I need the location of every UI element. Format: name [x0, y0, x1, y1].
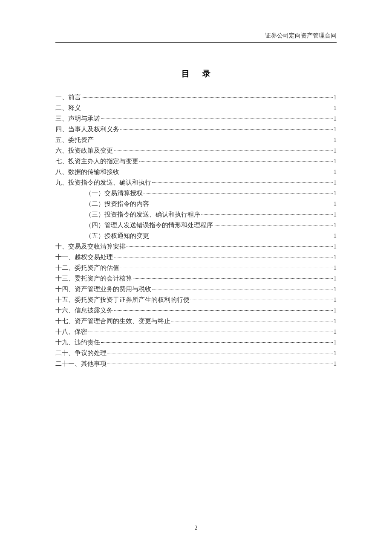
toc-entry-page: 1 [334, 156, 337, 166]
toc-entry-label: 十三、委托资产的会计核算 [55, 273, 132, 283]
toc-entry-page: 1 [334, 145, 337, 156]
toc-entry-page: 1 [334, 231, 337, 241]
toc-entry-label: 十一、越权交易处理 [55, 252, 113, 262]
toc-entry: 三、声明与承诺1 [55, 113, 337, 124]
toc-entry: 十七、资产管理合同的生效、变更与终止1 [55, 316, 337, 326]
toc-dots [95, 140, 333, 140]
toc-entry: 十九、违约责任1 [55, 337, 337, 347]
toc-entry-page: 1 [334, 209, 337, 220]
toc-entry-page: 1 [334, 135, 337, 145]
toc-entry-label: 六、投资政策及变更 [55, 145, 113, 156]
toc-entry: 六、投资政策及变更1 [55, 145, 337, 156]
toc-entry-label: 五、委托资产 [55, 135, 94, 145]
toc-dots [107, 353, 333, 353]
toc-entry-label: 十七、资产管理合同的生效、变更与终止 [55, 316, 170, 326]
toc-entry-label: 三、声明与承诺 [55, 113, 100, 124]
toc-entry: 十四、资产管理业务的费用与税收1 [55, 284, 337, 294]
toc-dots [139, 161, 333, 162]
toc-entry-page: 1 [334, 273, 337, 283]
toc-entry: （二）投资指令的内容1 [55, 199, 337, 209]
toc-entry: 十二、委托资产的估值1 [55, 263, 337, 273]
toc-entry-label: （三）投资指令的发送、确认和执行程序 [85, 209, 200, 220]
toc-entry-page: 1 [334, 263, 337, 273]
toc-dots [150, 204, 333, 204]
toc-entry-label: 十六、信息披露义务 [55, 305, 113, 315]
toc-dots [120, 268, 333, 268]
toc-entry: 二十、争议的处理1 [55, 348, 337, 358]
toc-entry-label: 十九、违约责任 [55, 337, 100, 347]
toc-entry-page: 1 [334, 327, 337, 337]
toc-dots [150, 236, 333, 236]
toc-entry-page: 1 [334, 103, 337, 113]
toc-entry: 二十一、其他事项1 [55, 358, 337, 369]
page-footer: 2 [0, 525, 392, 532]
toc-entry-page: 1 [334, 167, 337, 177]
toc-entry: 五、委托资产1 [55, 135, 337, 145]
toc-dots [114, 257, 333, 257]
toc-entry-page: 1 [334, 177, 337, 188]
page-header: 证券公司定向资产管理合同 [55, 32, 337, 43]
toc-entry-page: 1 [334, 305, 337, 315]
toc-entry: （一）交易清算授权1 [55, 188, 337, 198]
toc-entry: （五）授权通知的变更1 [55, 231, 337, 241]
toc-dots [152, 182, 333, 183]
toc-entry-page: 1 [334, 241, 337, 251]
toc-entry-page: 1 [334, 113, 337, 124]
toc-entry: 十一、越权交易处理1 [55, 252, 337, 262]
toc-entry-label: （一）交易清算授权 [85, 188, 143, 198]
toc-entry-label: 二十一、其他事项 [55, 358, 107, 369]
toc-dots [152, 289, 333, 289]
toc-dots [133, 278, 333, 279]
toc-entry: 十八、保密1 [55, 327, 337, 337]
toc-dots [144, 193, 333, 194]
toc-dots [120, 129, 333, 130]
header-title: 证券公司定向资产管理合同 [265, 32, 337, 39]
toc-entry: 十三、委托资产的会计核算1 [55, 273, 337, 283]
toc-dots [114, 150, 333, 151]
toc-entry-label: 十五、委托资产投资于证券所产生的权利的行使 [55, 295, 190, 305]
toc-dots [82, 97, 333, 98]
toc-dots [114, 310, 333, 311]
toc-dots [214, 225, 333, 225]
toc-entry-label: 十八、保密 [55, 327, 87, 337]
toc-entry: 八、数据的传输和接收1 [55, 167, 337, 177]
toc-entry-label: （二）投资指令的内容 [85, 199, 149, 209]
toc-entry: 十五、委托资产投资于证券所产生的权利的行使1 [55, 295, 337, 305]
toc-dots [120, 172, 333, 172]
toc-entry-page: 1 [334, 358, 337, 369]
toc-dots [88, 332, 333, 332]
toc-entry: 一、前言1 [55, 92, 337, 102]
toc-entry-label: 四、当事人及权利义务 [55, 124, 119, 134]
toc-entry-page: 1 [334, 199, 337, 209]
toc-entry: 十、交易及交收清算安排1 [55, 241, 337, 251]
toc-dots [101, 342, 333, 343]
toc-dots [171, 321, 333, 321]
toc-list: 一、前言1二、释义1三、声明与承诺1四、当事人及权利义务1五、委托资产1六、投资… [55, 92, 337, 369]
toc-entry-page: 1 [334, 124, 337, 134]
toc-dots [82, 108, 333, 108]
toc-entry-label: 一、前言 [55, 92, 81, 102]
toc-entry: 二、释义1 [55, 103, 337, 113]
toc-dots [101, 119, 333, 119]
document-page: 证券公司定向资产管理合同 目录 一、前言1二、释义1三、声明与承诺1四、当事人及… [0, 0, 392, 555]
toc-entry-label: （五）授权通知的变更 [85, 231, 149, 241]
toc-entry-page: 1 [334, 316, 337, 326]
toc-entry-label: 八、数据的传输和接收 [55, 167, 119, 177]
toc-entry-label: 二、释义 [55, 103, 81, 113]
toc-entry-label: 十四、资产管理业务的费用与税收 [55, 284, 151, 294]
toc-entry-page: 1 [334, 284, 337, 294]
toc-entry-label: （四）管理人发送错误指令的情形和处理程序 [85, 220, 213, 230]
toc-entry: 四、当事人及权利义务1 [55, 124, 337, 134]
toc-entry-page: 1 [334, 337, 337, 347]
toc-entry: （四）管理人发送错误指令的情形和处理程序1 [55, 220, 337, 230]
toc-entry-label: 九、投资指令的发送、确认和执行 [55, 177, 151, 188]
toc-dots [127, 246, 333, 247]
toc-entry-page: 1 [334, 348, 337, 358]
toc-entry-label: 十、交易及交收清算安排 [55, 241, 126, 251]
toc-entry-page: 1 [334, 220, 337, 230]
toc-entry-label: 十二、委托资产的估值 [55, 263, 119, 273]
toc-entry: 九、投资指令的发送、确认和执行1 [55, 177, 337, 188]
toc-entry-page: 1 [334, 252, 337, 262]
page-number: 2 [195, 525, 198, 531]
toc-dots [190, 300, 333, 300]
